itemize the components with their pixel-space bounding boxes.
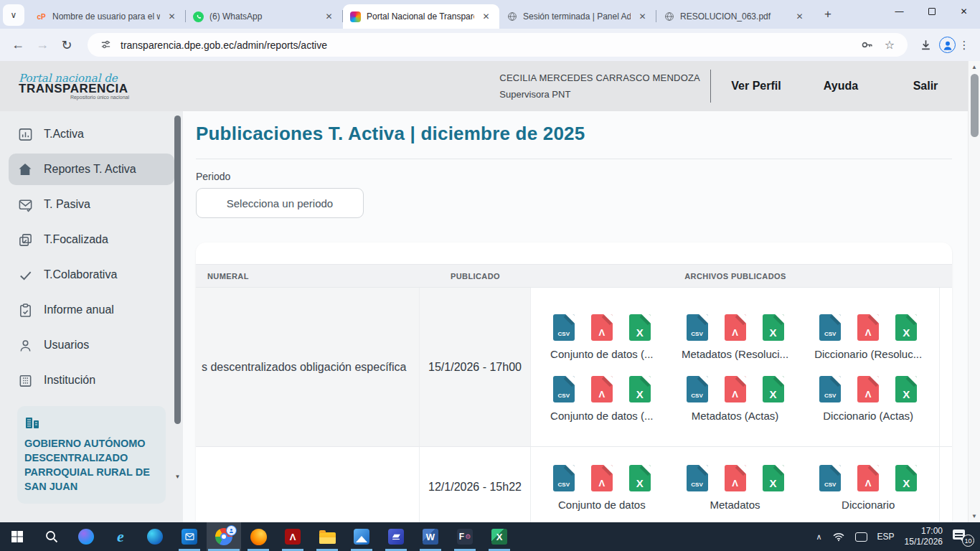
excel-icon[interactable]: X xyxy=(482,522,517,551)
maximize-button[interactable] xyxy=(915,0,948,23)
pdf-file-icon[interactable] xyxy=(857,376,879,402)
tray-chevron-up-icon[interactable]: ∧ xyxy=(816,532,822,542)
pdf-file-icon[interactable] xyxy=(857,314,879,341)
tab-close-icon[interactable]: ✕ xyxy=(323,11,335,23)
language-indicator[interactable]: ESP xyxy=(877,532,895,542)
file-group-label[interactable]: Conjunto de datos (... xyxy=(550,348,653,360)
scroll-down-icon[interactable]: ▼ xyxy=(969,513,980,519)
sidebar-item-usuarios[interactable]: Usuarios xyxy=(9,329,174,361)
pdf-file-icon[interactable] xyxy=(725,376,746,402)
csv-file-icon[interactable]: CSV xyxy=(553,376,575,402)
excel-file-icon[interactable]: X xyxy=(629,314,651,341)
cortana-icon[interactable] xyxy=(69,522,103,551)
tab-close-icon[interactable]: ✕ xyxy=(636,11,649,23)
bookmark-star-icon[interactable]: ☆ xyxy=(882,37,897,53)
file-group-label[interactable]: Metadatos (Actas) xyxy=(692,410,779,422)
browser-menu-icon[interactable]: ⋮ xyxy=(956,39,973,52)
tab-cpanel[interactable]: Nombre de usuario para el w ✕ xyxy=(29,4,185,29)
excel-file-icon[interactable]: X xyxy=(629,376,651,402)
word-icon[interactable]: W xyxy=(413,522,448,551)
start-button[interactable] xyxy=(0,522,34,551)
excel-file-icon[interactable]: X xyxy=(895,465,917,491)
tab-resolucion-pdf[interactable]: RESOLUCION_063.pdf ✕ xyxy=(656,4,813,29)
excel-file-icon[interactable]: X xyxy=(763,465,784,491)
excel-file-icon[interactable]: X xyxy=(629,465,651,491)
csv-file-icon[interactable]: CSV xyxy=(819,376,841,402)
salir-link[interactable]: Salir xyxy=(883,80,968,93)
tab-search-button[interactable]: ∨ xyxy=(3,4,24,26)
sidebar-item-current-institution[interactable]: GOBIERNO AUTÓNOMO DESCENTRALIZADO PARROQ… xyxy=(17,406,166,504)
excel-file-icon[interactable]: X xyxy=(763,314,784,341)
file-group-label[interactable]: Diccionario (Actas) xyxy=(823,410,913,422)
file-explorer-icon[interactable] xyxy=(310,522,344,551)
sidebar-item-informe-anual[interactable]: Informe anual xyxy=(9,294,174,326)
excel-file-icon[interactable]: X xyxy=(763,376,784,402)
sidebar-item-t-activa[interactable]: T.Activa xyxy=(9,118,174,150)
scanner-app-icon[interactable] xyxy=(379,522,413,551)
pdf-file-icon[interactable] xyxy=(857,465,879,491)
sidebar-item-institucion[interactable]: Institución xyxy=(9,364,174,396)
tab-portal-active[interactable]: Portal Nacional de Transpare ✕ xyxy=(343,4,499,29)
file-group-label[interactable]: Conjunto de datos xyxy=(558,499,646,511)
file-group-label[interactable]: Diccionario (Resoluc... xyxy=(814,348,922,360)
back-icon[interactable]: ← xyxy=(7,34,29,56)
csv-file-icon[interactable]: CSV xyxy=(687,465,708,491)
scrollbar-thumb[interactable] xyxy=(971,74,979,137)
pdf-file-icon[interactable] xyxy=(591,376,613,402)
scroll-up-icon[interactable]: ▲ xyxy=(969,64,980,70)
firefox-icon[interactable] xyxy=(241,522,275,551)
pdf-file-icon[interactable] xyxy=(725,465,746,491)
pdf-file-icon[interactable] xyxy=(591,465,613,491)
file-group-label[interactable]: Conjunto de datos (... xyxy=(550,410,653,422)
csv-file-icon[interactable]: CSV xyxy=(687,376,708,402)
sidebar-item-t-colaborativa[interactable]: T.Colaborativa xyxy=(9,259,174,291)
edge-icon[interactable] xyxy=(138,522,172,551)
sidebar-item-reportes-t-activa[interactable]: Reportes T. Activa xyxy=(9,154,174,185)
download-icon[interactable] xyxy=(915,34,936,56)
f-app-icon[interactable]: F⚙ xyxy=(448,522,482,551)
tab-close-icon[interactable]: ✕ xyxy=(793,11,806,23)
address-bar[interactable]: transparencia.dpe.gob.ec/admin/reports/a… xyxy=(88,33,908,57)
wifi-icon[interactable] xyxy=(832,532,845,542)
chrome-icon[interactable] xyxy=(207,522,241,551)
csv-file-icon[interactable]: CSV xyxy=(553,465,575,491)
display-icon[interactable] xyxy=(855,532,867,542)
mail-icon[interactable] xyxy=(172,522,207,551)
csv-file-icon[interactable]: CSV xyxy=(819,465,841,491)
sidebar-item-t-pasiva[interactable]: T. Pasiva xyxy=(9,189,174,220)
photos-icon[interactable] xyxy=(344,522,379,551)
taskbar-search-icon[interactable] xyxy=(34,522,69,551)
csv-file-icon[interactable]: CSV xyxy=(819,314,841,341)
csv-file-icon[interactable]: CSV xyxy=(553,314,575,341)
excel-file-icon[interactable]: X xyxy=(895,314,917,341)
ayuda-link[interactable]: Ayuda xyxy=(798,80,883,93)
pdf-file-icon[interactable] xyxy=(725,314,746,341)
sidebar-scrollbar[interactable] xyxy=(174,116,181,424)
new-tab-button[interactable]: + xyxy=(819,5,837,24)
acrobat-icon[interactable]: Λ xyxy=(275,522,310,551)
clock[interactable]: 17:00 15/1/2026 xyxy=(905,526,943,547)
page-scrollbar[interactable]: ▲ ▼ xyxy=(968,61,980,522)
file-group-label[interactable]: Metadatos (Resoluci... xyxy=(682,348,788,360)
tab-close-icon[interactable]: ✕ xyxy=(480,11,492,23)
minimize-button[interactable]: — xyxy=(883,0,915,23)
sidebar-item-t-focalizada[interactable]: T.Focalizada xyxy=(9,224,174,255)
pdf-file-icon[interactable] xyxy=(591,314,613,341)
period-select[interactable]: Selecciona un periodo xyxy=(196,188,364,218)
profile-avatar[interactable] xyxy=(939,37,956,53)
tab-whatsapp[interactable]: (6) WhatsApp ✕ xyxy=(186,4,342,29)
password-key-icon[interactable] xyxy=(859,37,875,53)
tab-close-icon[interactable]: ✕ xyxy=(166,11,178,23)
file-group-label[interactable]: Metadatos xyxy=(710,499,760,511)
internet-explorer-icon[interactable]: e xyxy=(103,522,138,551)
forward-icon[interactable]: → xyxy=(32,34,53,56)
ver-perfil-link[interactable]: Ver Perfil xyxy=(714,80,798,93)
excel-file-icon[interactable]: X xyxy=(895,376,917,402)
notification-center-icon[interactable]: 10 xyxy=(953,528,971,545)
tab-sesion[interactable]: Sesión terminada | Panel Ad ✕ xyxy=(499,4,656,29)
sidebar-scroll-down-icon[interactable]: ▼ xyxy=(174,474,181,480)
csv-file-icon[interactable]: CSV xyxy=(687,314,708,341)
file-group-label[interactable]: Diccionario xyxy=(842,499,895,511)
site-info-icon[interactable] xyxy=(98,37,113,53)
close-button[interactable]: ✕ xyxy=(948,0,980,23)
